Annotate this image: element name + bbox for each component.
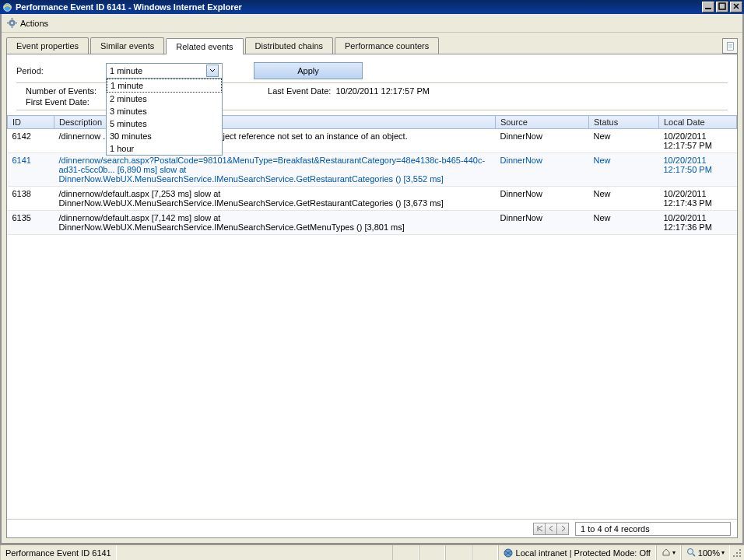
cell-date: 10/20/2011 12:17:43 PM xyxy=(659,187,737,211)
events-grid: ID Description Source Status Local Date … xyxy=(7,115,737,519)
security-zone[interactable]: Local intranet | Protected Mode: Off xyxy=(498,545,656,560)
cell-status: New xyxy=(589,153,659,187)
cell-date: 10/20/2011 12:17:57 PM xyxy=(659,129,737,153)
cell-id: 6138 xyxy=(8,187,54,211)
zoom-control[interactable]: 100% ▾ xyxy=(681,545,730,560)
maximize-button[interactable] xyxy=(716,2,728,12)
home-icon xyxy=(662,548,671,558)
cell-id: 6141 xyxy=(8,153,54,187)
chevron-down-icon xyxy=(206,65,219,77)
window-title: Performance Event ID 6141 - Windows Inte… xyxy=(16,2,700,12)
cell-source: DinnerNow xyxy=(496,211,589,235)
svg-rect-20 xyxy=(739,555,741,557)
cell-description: /dinnernow/default.aspx [7,142 ms] slow … xyxy=(54,211,496,235)
statusbar: Performance Event ID 6141 Local intranet… xyxy=(0,544,744,560)
svg-line-4 xyxy=(734,4,739,9)
period-dropdown-list[interactable]: 1 minute 2 minutes 3 minutes 5 minutes 3… xyxy=(106,78,223,156)
cell-status: New xyxy=(589,129,659,153)
window-controls xyxy=(700,2,742,12)
col-source[interactable]: Source xyxy=(496,116,589,129)
zoom-value: 100% xyxy=(698,548,720,558)
cell-source: DinnerNow xyxy=(496,129,589,153)
window-titlebar: Performance Event ID 6141 - Windows Inte… xyxy=(0,0,744,14)
table-row[interactable]: 6141 /dinnernow/search.aspx?PostalCode=9… xyxy=(8,153,737,187)
col-id[interactable]: ID xyxy=(8,116,54,129)
cell-description: /dinnernow/default.aspx [7,253 ms] slow … xyxy=(54,187,496,211)
svg-point-13 xyxy=(687,548,693,554)
next-page-button[interactable] xyxy=(556,523,569,535)
cell-date: 10/20/2011 12:17:36 PM xyxy=(659,211,737,235)
period-option[interactable]: 2 minutes xyxy=(107,93,222,105)
tab-event-properties[interactable]: Event properties xyxy=(6,37,89,54)
svg-rect-16 xyxy=(736,552,738,554)
period-combobox[interactable]: 1 minute xyxy=(106,63,223,79)
close-button[interactable] xyxy=(730,2,742,12)
cell-description: /dinnernow/search.aspx?PostalCode=98101&… xyxy=(54,153,496,187)
apply-button[interactable]: Apply xyxy=(254,62,363,79)
pager: 1 to 4 of 4 records xyxy=(7,519,737,537)
first-page-button[interactable] xyxy=(533,523,546,535)
period-value: 1 minute xyxy=(110,66,206,75)
first-event-label: First Event Date: xyxy=(26,97,97,107)
tab-related-events[interactable]: Related events xyxy=(166,38,243,54)
cell-id: 6142 xyxy=(8,129,54,153)
cell-id: 6135 xyxy=(8,211,54,235)
prev-page-button[interactable] xyxy=(545,523,557,535)
col-status[interactable]: Status xyxy=(589,116,659,129)
zone-text: Local intranet | Protected Mode: Off xyxy=(516,548,651,558)
gear-icon xyxy=(6,18,17,29)
resize-grip[interactable] xyxy=(730,548,744,558)
cell-status: New xyxy=(589,211,659,235)
status-panel xyxy=(445,545,472,560)
minimize-button[interactable] xyxy=(702,2,714,12)
svg-rect-19 xyxy=(736,555,738,557)
tab-distributed-chains[interactable]: Distributed chains xyxy=(245,37,333,54)
svg-point-6 xyxy=(10,22,12,24)
period-option[interactable]: 1 hour xyxy=(107,142,222,155)
filter-area: Period: 1 minute Apply 1 minute 2 minute… xyxy=(7,54,737,115)
svg-point-0 xyxy=(3,3,11,11)
tab-performance-counters[interactable]: Performance counters xyxy=(335,37,439,54)
period-option[interactable]: 3 minutes xyxy=(107,105,222,117)
period-option[interactable]: 1 minute xyxy=(107,79,222,93)
tab-similar-events[interactable]: Similar events xyxy=(90,37,164,54)
client-area: Actions Event properties Similar events … xyxy=(0,14,744,544)
svg-rect-1 xyxy=(705,8,711,9)
cell-date: 10/20/2011 12:17:50 PM xyxy=(659,153,737,187)
status-panel xyxy=(419,545,445,560)
status-panel xyxy=(472,545,498,560)
svg-rect-11 xyxy=(727,42,733,50)
cell-source: DinnerNow xyxy=(496,153,589,187)
chevron-down-icon: ▾ xyxy=(721,549,725,556)
svg-line-14 xyxy=(693,554,695,556)
tab-panel: Period: 1 minute Apply 1 minute 2 minute… xyxy=(6,54,738,538)
period-option[interactable]: 30 minutes xyxy=(107,130,222,142)
table-row[interactable]: 6135 /dinnernow/default.aspx [7,142 ms] … xyxy=(8,211,737,235)
last-event-value: 10/20/2011 12:17:57 PM xyxy=(335,86,429,96)
period-option[interactable]: 5 minutes xyxy=(107,117,222,130)
globe-icon xyxy=(504,548,513,558)
svg-line-3 xyxy=(734,4,739,9)
table-row[interactable]: 6138 /dinnernow/default.aspx [7,253 ms] … xyxy=(8,187,737,211)
status-panel xyxy=(392,545,419,560)
svg-rect-2 xyxy=(719,3,725,9)
col-local-date[interactable]: Local Date xyxy=(659,116,737,129)
help-icon[interactable] xyxy=(722,38,738,54)
records-count: 1 to 4 of 4 records xyxy=(575,522,731,536)
zoom-icon xyxy=(686,548,696,558)
cell-source: DinnerNow xyxy=(496,187,589,211)
last-event-label: Last Event Date: xyxy=(268,86,331,96)
svg-rect-18 xyxy=(733,555,735,557)
chevron-down-icon: ▾ xyxy=(672,549,676,556)
actions-menu[interactable]: Actions xyxy=(20,19,48,28)
ie-icon xyxy=(2,2,12,12)
svg-rect-15 xyxy=(739,549,741,551)
actions-bar: Actions xyxy=(2,14,742,33)
status-page-title: Performance Event ID 6141 xyxy=(0,545,117,560)
cell-status: New xyxy=(589,187,659,211)
svg-rect-17 xyxy=(739,552,741,554)
num-events-label: Number of Events: xyxy=(26,86,97,96)
period-label: Period: xyxy=(16,66,90,75)
status-panel-home[interactable]: ▾ xyxy=(656,545,681,560)
tabs-row: Event properties Similar events Related … xyxy=(2,33,742,54)
